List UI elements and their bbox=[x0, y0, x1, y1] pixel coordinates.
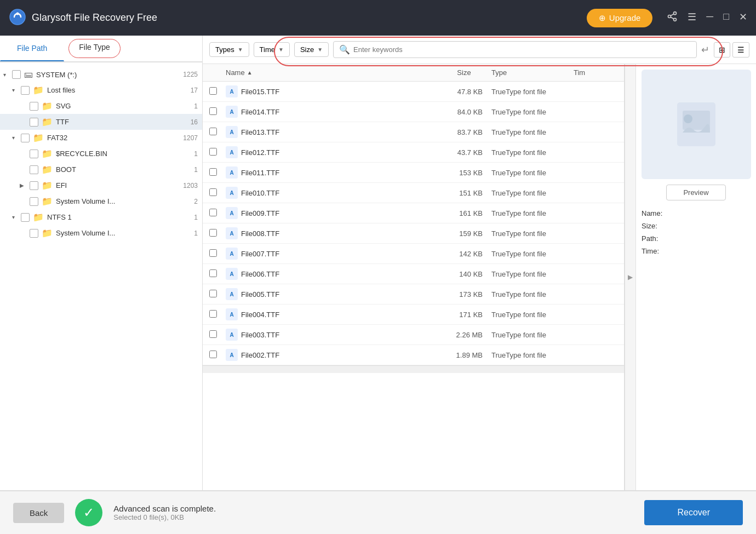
close-icon[interactable]: ✕ bbox=[739, 11, 747, 25]
row-checkbox[interactable] bbox=[209, 330, 226, 340]
row-checkbox[interactable] bbox=[209, 168, 226, 177]
tree-item-ntfs1[interactable]: ▾ 📁 NTFS 1 1 bbox=[0, 209, 202, 225]
row-checkbox[interactable] bbox=[209, 310, 226, 319]
tree-item-svg[interactable]: 📁 SVG 1 bbox=[0, 98, 202, 114]
file-row[interactable]: A File015.TTF 47.8 KB TrueType font file bbox=[203, 82, 624, 102]
file-list-scrollbar[interactable] bbox=[203, 365, 624, 373]
chevron-right-icon: ▶ bbox=[628, 273, 633, 281]
checkbox-svg[interactable] bbox=[30, 102, 38, 111]
folder-icon: 📁 bbox=[33, 212, 44, 222]
row-checkbox[interactable] bbox=[209, 351, 226, 360]
tree-item-ttf[interactable]: 📁 TTF 16 bbox=[0, 114, 202, 130]
file-row[interactable]: A File006.TTF 140 KB TrueType font file bbox=[203, 264, 624, 284]
file-row[interactable]: A File004.TTF 171 KB TrueType font file bbox=[203, 305, 624, 325]
tree-count-fat32: 1207 bbox=[183, 134, 198, 142]
file-size: 1.89 MB bbox=[437, 351, 491, 359]
row-checkbox[interactable] bbox=[209, 148, 226, 157]
search-back-icon[interactable]: ↵ bbox=[701, 44, 709, 56]
checkbox-ntfs1[interactable] bbox=[21, 213, 30, 222]
tree-item-boot[interactable]: 📁 BOOT 1 bbox=[0, 162, 202, 177]
file-type-icon: A bbox=[226, 349, 241, 361]
grid-view-button[interactable]: ⊞ bbox=[714, 42, 730, 58]
ttf-icon: A bbox=[226, 126, 238, 138]
file-row[interactable]: A File007.TTF 142 KB TrueType font file bbox=[203, 244, 624, 264]
tree-item-sysvol-ntfs[interactable]: 📁 System Volume I... 1 bbox=[0, 225, 202, 241]
recover-button[interactable]: Recover bbox=[644, 500, 743, 525]
row-checkbox[interactable] bbox=[209, 87, 226, 96]
search-icon: 🔍 bbox=[339, 44, 350, 55]
file-size: 151 KB bbox=[437, 189, 491, 197]
tree-item-system[interactable]: ▾ 🖴 SYSTEM (*:) 1225 bbox=[0, 67, 202, 82]
file-row[interactable]: A File012.TTF 43.7 KB TrueType font file bbox=[203, 142, 624, 163]
tree-label-sysvol-fat: System Volume I... bbox=[56, 197, 190, 205]
checkbox-sysvol-ntfs[interactable] bbox=[30, 229, 38, 238]
panel-expand-arrow[interactable]: ▶ bbox=[625, 64, 635, 490]
search-input[interactable] bbox=[353, 45, 691, 54]
file-row[interactable]: A File003.TTF 2.26 MB TrueType font file bbox=[203, 325, 624, 345]
size-label: Size bbox=[300, 45, 314, 54]
menu-icon[interactable]: ☰ bbox=[688, 11, 696, 25]
row-checkbox[interactable] bbox=[209, 188, 226, 198]
file-row[interactable]: A File014.TTF 84.0 KB TrueType font file bbox=[203, 102, 624, 122]
tree-item-lost-files[interactable]: ▾ 📁 Lost files 17 bbox=[0, 82, 202, 98]
row-checkbox[interactable] bbox=[209, 128, 226, 137]
titlebar: Glarysoft File Recovery Free ⊕ Upgrade ☰… bbox=[0, 0, 756, 36]
file-row[interactable]: A File010.TTF 151 KB TrueType font file bbox=[203, 183, 624, 203]
checkbox-system[interactable] bbox=[12, 70, 21, 79]
ttf-icon: A bbox=[226, 329, 238, 341]
file-row[interactable]: A File011.TTF 153 KB TrueType font file bbox=[203, 163, 624, 183]
row-checkbox[interactable] bbox=[209, 107, 226, 117]
preview-button[interactable]: Preview bbox=[666, 185, 725, 200]
tree-item-recycle[interactable]: 📁 $RECYCLE.BIN 1 bbox=[0, 146, 202, 162]
list-view-button[interactable]: ☰ bbox=[732, 42, 749, 58]
tab-file-path[interactable]: File Path bbox=[0, 36, 64, 61]
minimize-icon[interactable]: ─ bbox=[706, 11, 713, 25]
ttf-icon: A bbox=[226, 146, 238, 158]
file-row[interactable]: A File009.TTF 161 KB TrueType font file bbox=[203, 203, 624, 223]
file-row[interactable]: A File002.TTF 1.89 MB TrueType font file bbox=[203, 345, 624, 365]
share-icon[interactable] bbox=[667, 11, 678, 25]
file-name: File014.TTF bbox=[241, 108, 437, 116]
app-title: Glarysoft File Recovery Free bbox=[32, 12, 581, 24]
header-col-name[interactable]: Name ▲ bbox=[226, 68, 437, 77]
row-checkbox[interactable] bbox=[209, 290, 226, 299]
file-row[interactable]: A File005.TTF 173 KB TrueType font file bbox=[203, 284, 624, 305]
types-dropdown[interactable]: Types ▼ bbox=[209, 42, 249, 57]
folder-icon: 📁 bbox=[42, 117, 53, 127]
file-type-icon: A bbox=[226, 308, 241, 320]
checkbox-efi[interactable] bbox=[30, 181, 38, 190]
checkbox-recycle[interactable] bbox=[30, 150, 38, 158]
row-checkbox[interactable] bbox=[209, 229, 226, 238]
file-row[interactable]: A File013.TTF 83.7 KB TrueType font file bbox=[203, 122, 624, 142]
tab-file-type[interactable]: File Type bbox=[68, 39, 121, 58]
dropdown-arrow-icon: ▼ bbox=[238, 47, 243, 53]
back-button[interactable]: Back bbox=[13, 503, 64, 523]
tree-item-fat32[interactable]: ▾ 📁 FAT32 1207 bbox=[0, 130, 202, 146]
file-row[interactable]: A File008.TTF 159 KB TrueType font file bbox=[203, 223, 624, 244]
arrow-icon: ▾ bbox=[9, 135, 18, 141]
tree-item-efi[interactable]: ▶ 📁 EFI 1203 bbox=[0, 177, 202, 193]
scan-title: Advanced scan is complete. bbox=[113, 504, 216, 513]
folder-icon: 📁 bbox=[33, 133, 44, 143]
size-dropdown[interactable]: Size ▼ bbox=[294, 42, 329, 57]
time-dropdown[interactable]: Time ▼ bbox=[254, 42, 290, 57]
file-list: Name ▲ Size Type Tim bbox=[203, 64, 625, 490]
checkbox-ttf[interactable] bbox=[30, 118, 38, 127]
search-box[interactable]: 🔍 bbox=[333, 41, 697, 58]
file-size: 47.8 KB bbox=[437, 88, 491, 96]
checkbox-fat32[interactable] bbox=[21, 134, 30, 142]
maximize-icon[interactable]: □ bbox=[723, 11, 729, 25]
tree-count-recycle: 1 bbox=[194, 150, 198, 158]
tree-item-sysvol-fat[interactable]: 📁 System Volume I... 2 bbox=[0, 193, 202, 209]
checkbox-sysvol-fat[interactable] bbox=[30, 197, 38, 206]
row-checkbox[interactable] bbox=[209, 209, 226, 218]
row-checkbox[interactable] bbox=[209, 269, 226, 279]
row-checkbox[interactable] bbox=[209, 249, 226, 259]
ttf-icon: A bbox=[226, 268, 238, 280]
file-type: TrueType font file bbox=[491, 331, 574, 339]
folder-icon: 📁 bbox=[42, 164, 53, 175]
checkbox-lost-files[interactable] bbox=[21, 86, 30, 95]
checkbox-boot[interactable] bbox=[30, 165, 38, 174]
upgrade-button[interactable]: ⊕ Upgrade bbox=[587, 9, 653, 27]
preview-path-row: Path: bbox=[642, 234, 751, 243]
